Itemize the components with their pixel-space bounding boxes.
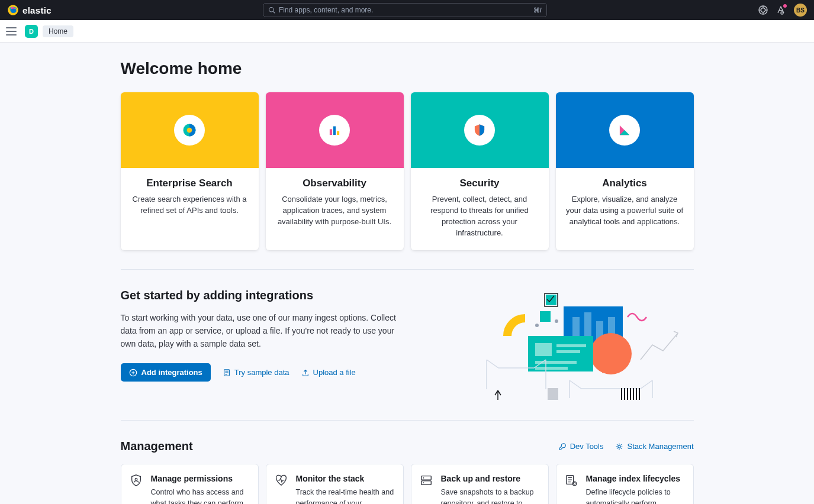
stack-management-link[interactable]: Stack Management — [615, 442, 693, 451]
space-selector[interactable]: D — [25, 25, 38, 38]
svg-point-38 — [618, 445, 620, 448]
try-sample-data-link[interactable]: Try sample data — [223, 368, 289, 377]
svg-rect-40 — [421, 476, 431, 480]
svg-rect-9 — [330, 129, 332, 135]
page-title: Welcome home — [121, 59, 694, 78]
heartbeat-icon — [275, 474, 288, 487]
analytics-icon — [617, 122, 632, 138]
plus-circle-icon — [129, 369, 137, 377]
mgmt-card-desc: Track the real-time health and performan… — [296, 487, 395, 504]
integrations-illustration — [481, 289, 694, 401]
svg-rect-25 — [556, 350, 580, 353]
svg-point-43 — [423, 483, 424, 484]
gear-icon — [615, 442, 623, 451]
svg-rect-20 — [540, 311, 551, 322]
mgmt-card-monitor[interactable]: Monitor the stack Track the real-time he… — [266, 464, 404, 504]
solution-card-analytics[interactable]: Analytics Explore, visualize, and analyz… — [556, 92, 694, 250]
mgmt-card-title: Manage index lifecycles — [586, 474, 685, 483]
svg-point-39 — [135, 479, 137, 481]
search-placeholder: Find apps, content, and more. — [279, 6, 373, 14]
solution-desc: Prevent, collect, detect, and respond to… — [419, 194, 540, 238]
mgmt-card-desc: Define lifecycle policies to automatical… — [586, 487, 685, 504]
solution-desc: Explore, visualize, and analyze your dat… — [564, 194, 686, 228]
search-shortcut: ⌘/ — [533, 7, 542, 14]
svg-rect-30 — [548, 388, 558, 400]
solution-title: Security — [419, 177, 540, 189]
solution-title: Enterprise Search — [129, 177, 250, 189]
svg-rect-24 — [556, 344, 586, 347]
upload-icon — [301, 369, 310, 377]
mgmt-card-desc: Control who has access and what tasks th… — [151, 487, 250, 504]
integrations-section: Get started by adding integrations To st… — [121, 289, 694, 401]
mgmt-card-title: Manage permissions — [151, 474, 250, 483]
elastic-logo-icon — [7, 4, 19, 16]
upload-file-link[interactable]: Upload a file — [301, 368, 356, 377]
user-avatar[interactable]: BS — [794, 4, 807, 17]
svg-point-8 — [187, 128, 192, 133]
mgmt-card-title: Back up and restore — [441, 474, 540, 483]
mgmt-card-desc: Save snapshots to a backup repository, a… — [441, 487, 540, 504]
observability-icon — [327, 122, 342, 138]
global-header: elastic Find apps, content, and more. ⌘/… — [0, 0, 814, 20]
solution-title: Observability — [274, 177, 395, 189]
solution-card-security[interactable]: Security Prevent, collect, detect, and r… — [411, 92, 549, 250]
mgmt-card-backup[interactable]: Back up and restore Save snapshots to a … — [411, 464, 549, 504]
search-icon — [268, 7, 275, 14]
shield-users-icon — [130, 474, 143, 487]
wrench-icon — [558, 442, 567, 451]
solution-desc: Create search experiences with a refined… — [129, 194, 250, 217]
document-icon — [223, 369, 231, 377]
newsfeed-icon[interactable] — [776, 5, 786, 15]
mgmt-card-lifecycle[interactable]: Manage index lifecycles Define lifecycle… — [556, 464, 694, 504]
svg-rect-27 — [535, 367, 568, 370]
divider — [121, 269, 694, 270]
sub-header: D Home — [0, 20, 814, 43]
mgmt-card-title: Monitor the stack — [296, 474, 395, 483]
breadcrumb-current[interactable]: Home — [43, 25, 73, 37]
svg-point-42 — [423, 477, 424, 479]
solutions-grid: Enterprise Search Create search experien… — [121, 92, 694, 250]
solution-card-enterprise-search[interactable]: Enterprise Search Create search experien… — [121, 92, 259, 250]
svg-rect-41 — [421, 481, 431, 484]
svg-point-21 — [590, 333, 632, 374]
management-grid: Manage permissions Control who has acces… — [121, 464, 694, 504]
storage-icon — [420, 474, 433, 487]
svg-point-1 — [11, 9, 17, 14]
svg-point-5 — [761, 8, 765, 12]
solution-card-observability[interactable]: Observability Consolidate your logs, met… — [266, 92, 404, 250]
svg-point-6 — [781, 12, 783, 14]
security-icon — [472, 122, 487, 138]
brand-logo[interactable]: elastic — [7, 4, 52, 16]
enterprise-search-icon — [181, 122, 198, 138]
add-integrations-button[interactable]: Add integrations — [121, 363, 211, 382]
solution-title: Analytics — [564, 177, 686, 189]
svg-point-29 — [555, 319, 558, 323]
integrations-body: To start working with your data, use one… — [121, 312, 399, 350]
nav-toggle-icon[interactable] — [6, 27, 17, 35]
svg-rect-11 — [337, 131, 339, 135]
management-heading: Management — [121, 440, 193, 453]
divider — [121, 420, 694, 421]
svg-point-2 — [269, 8, 274, 12]
index-settings-icon — [565, 474, 578, 487]
global-search[interactable]: Find apps, content, and more. ⌘/ — [263, 3, 547, 17]
svg-rect-23 — [535, 343, 552, 356]
mgmt-card-permissions[interactable]: Manage permissions Control who has acces… — [121, 464, 259, 504]
svg-point-28 — [535, 324, 539, 327]
solution-desc: Consolidate your logs, metrics, applicat… — [274, 194, 395, 228]
help-icon[interactable] — [758, 5, 768, 15]
svg-rect-10 — [333, 127, 336, 135]
brand-name: elastic — [22, 5, 52, 15]
notification-dot — [783, 4, 787, 8]
dev-tools-link[interactable]: Dev Tools — [558, 442, 604, 451]
integrations-heading: Get started by adding integrations — [121, 289, 457, 302]
svg-line-3 — [273, 11, 275, 13]
